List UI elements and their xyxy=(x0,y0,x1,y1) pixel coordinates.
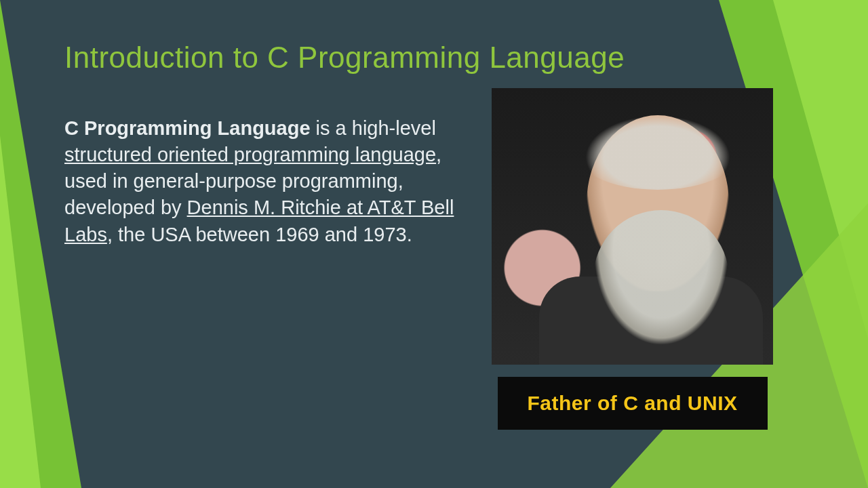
portrait-image xyxy=(492,88,773,365)
underline-1: structured oriented programming language xyxy=(64,144,436,165)
seg1: is a high-level xyxy=(311,117,436,139)
seg3: , the USA between 1969 and 1973. xyxy=(107,224,412,245)
slide-title: Introduction to C Programming Language xyxy=(64,41,804,75)
caption-text: Father of C and UNIX xyxy=(527,392,737,414)
lead-bold: C Programming Language xyxy=(64,117,311,139)
media-column: Father of C and UNIX xyxy=(492,88,773,430)
body-text: C Programming Language is a high-level s… xyxy=(64,115,465,248)
slide-content: C Programming Language is a high-level s… xyxy=(64,115,804,430)
caption-box: Father of C and UNIX xyxy=(498,377,768,430)
slide: Introduction to C Programming Language C… xyxy=(0,0,868,488)
